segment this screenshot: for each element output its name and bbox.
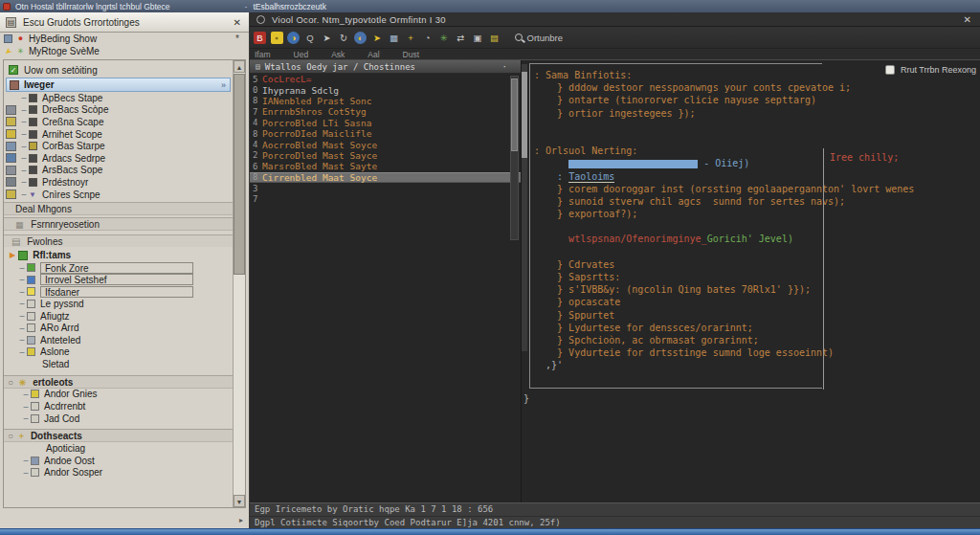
style-list-row[interactable]: 8PocrroDIed Maiclifle: [250, 128, 521, 139]
add-icon[interactable]: +: [405, 32, 417, 44]
code-token: :: [534, 171, 568, 182]
tree-item[interactable]: –Anteteled: [4, 334, 233, 346]
list-scrollbar[interactable]: [510, 76, 519, 240]
section-deal-mhgons[interactable]: Deal Mhgons: [4, 202, 233, 215]
scrollbar-thumb[interactable]: [522, 72, 527, 158]
tree-item[interactable]: –Le pyssnd: [4, 298, 233, 310]
parent-label: Rfl:tams: [33, 250, 71, 260]
tree-item[interactable]: –Fonk Zore: [4, 261, 233, 274]
stop-icon[interactable]: B: [254, 32, 266, 44]
close-icon[interactable]: ✕: [232, 17, 243, 28]
search-control[interactable]: Ortunbre: [515, 33, 564, 43]
gutter-icon: [6, 129, 16, 139]
code-token: } ortior ingestegees });: [534, 108, 696, 119]
resize-grip-icon[interactable]: ▸: [239, 516, 243, 524]
code-line: } ortior ingestegees });: [534, 107, 822, 120]
scroll-down-icon[interactable]: ▼: [234, 495, 245, 507]
tree-item[interactable]: –Jad Cod: [4, 412, 233, 425]
tree-item[interactable]: –Ifsdaner: [4, 286, 233, 299]
status-line-1: Egp Iricemeto by Oratic hqpe Ka 1 7 1 18…: [250, 503, 980, 516]
tree-item[interactable]: –Andor Sosper: [4, 467, 233, 479]
toprow-myrtoge[interactable]: ➤ ✳ MyRtoge SvèMe: [0, 45, 249, 57]
list-header[interactable]: ▤ Wtallos Oedy jar / Chostinnes ·: [250, 60, 521, 74]
tree-item[interactable]: Sletad: [4, 358, 233, 370]
style-list-row[interactable]: 8Cirrenbled Maat Soyce: [250, 172, 521, 183]
scope-icon: [29, 105, 37, 114]
tree-item[interactable]: –Acdrrenbt: [4, 400, 233, 412]
menu-item-aal[interactable]: Aal: [368, 50, 379, 59]
code-scrollbar[interactable]: [522, 64, 527, 351]
window-titlebar[interactable]: Otn Hostal tbllrratorlw lngrtsl tchbul G…: [0, 0, 980, 12]
menu-item-ued[interactable]: Ued: [294, 50, 309, 59]
style-list-row[interactable]: 4AocrroBled Mast Soyce: [250, 139, 521, 149]
closing-brace: }: [523, 393, 529, 404]
tree-item-scope[interactable]: –ArsBacs Sope: [4, 165, 233, 177]
chevron-right-icon: »: [221, 80, 226, 90]
view-settings-row[interactable]: ✓ Uow om setòiting: [4, 62, 233, 78]
globe-icon[interactable]: ◐: [354, 32, 367, 44]
tree-item-scope[interactable]: –Arnihet Scope: [4, 128, 233, 141]
menu-item-ask[interactable]: Ask: [331, 50, 345, 59]
style-list-row[interactable]: 7EnrrnbShros CotStyg: [250, 106, 521, 117]
style-list-row[interactable]: 2PorcroDled Mast Sayce: [250, 150, 521, 161]
tree-item[interactable]: –Aslone: [4, 346, 233, 359]
taskbar-strip[interactable]: [0, 528, 980, 535]
frame-icon[interactable]: ▣: [472, 32, 484, 44]
tree-item-scope[interactable]: –CorBas Starpe: [4, 140, 233, 152]
style-list-row[interactable]: 0Ihyprana Sdclg: [250, 84, 521, 95]
toprow-hybeding[interactable]: ● HyBeding Show *: [0, 33, 249, 45]
scrollbar-thumb[interactable]: [234, 74, 245, 275]
tree-item-scope[interactable]: –Ardacs Sedrpe: [4, 152, 233, 165]
star-icon[interactable]: ✳: [438, 32, 451, 44]
tree-parent-rfltams[interactable]: ▶ Rfl:tams: [4, 249, 233, 261]
run-icon[interactable]: ➤: [321, 32, 333, 44]
tree-connector: –: [19, 93, 29, 102]
tree-item[interactable]: –Andoe Oost: [4, 455, 233, 467]
item-icon: [27, 300, 35, 308]
refresh-icon[interactable]: ↻: [338, 32, 350, 44]
style-list-label: PorcroBled LTi Sasna: [262, 118, 371, 128]
section-dothseacts[interactable]: ○ + Dothseacts: [4, 429, 233, 442]
tree-item-scope[interactable]: –Prdéstnoyr: [4, 176, 233, 189]
item-label: Andor Sosper: [44, 467, 102, 478]
toprow-label: MyRtoge SvèMe: [29, 46, 100, 56]
run-option[interactable]: Rrut Trrbn Reexong: [885, 65, 976, 75]
cursor-icon[interactable]: ➤: [371, 32, 384, 44]
scrollbar-thumb[interactable]: [511, 78, 518, 151]
history-icon[interactable]: ◔: [421, 32, 434, 44]
section-fsrnnryeosetion[interactable]: ▦ Fsrnnryeosetion: [4, 217, 233, 231]
tree-item[interactable]: –Afiugtz: [4, 310, 233, 323]
left-scrollbar[interactable]: ▲ ▼: [233, 60, 245, 507]
tree-item-scope[interactable]: –Creßna Scape: [4, 116, 233, 128]
section-ertoleots[interactable]: ○ ✳ ertoleots: [4, 375, 233, 389]
tree-item[interactable]: –Irrovel Setshef: [4, 274, 233, 286]
style-list-row[interactable]: 5CocLrecL=: [250, 74, 521, 84]
scroll-up-icon[interactable]: ▲: [234, 60, 245, 73]
code-note: Iree chilly;: [830, 152, 899, 163]
tree-item-scope[interactable]: –DreBacs Scòpe: [4, 104, 233, 117]
tree-connector: –: [19, 117, 29, 126]
grid-icon[interactable]: ▦: [388, 32, 400, 44]
layers-icon[interactable]: ▤: [488, 32, 501, 44]
style-list-row[interactable]: 6MarsroBled Mast Sayte: [250, 161, 521, 171]
style-list-row[interactable]: 4PorcroBled LTi Sasna: [250, 118, 521, 128]
tree-item-scope[interactable]: –ApBecs Stape: [4, 92, 233, 104]
pie-icon[interactable]: ◑: [287, 32, 300, 44]
swap-icon[interactable]: ⇄: [455, 32, 467, 44]
chat-icon[interactable]: Q: [304, 32, 317, 44]
star-icon: ✳: [16, 47, 25, 56]
editor-titlebar[interactable]: Viool Ocor. Ntm_typovtotle Ormfintn I 30…: [250, 12, 980, 27]
checkbox-icon[interactable]: [885, 65, 895, 75]
selected-tree-row[interactable]: Iweger »: [6, 78, 231, 92]
close-icon[interactable]: ✕: [962, 14, 973, 25]
menu-item-ifam[interactable]: Ifam: [255, 50, 271, 59]
tree-item[interactable]: Apoticiag: [4, 442, 233, 455]
code-editor[interactable]: Rrut Trrbn Reexong : Sama Binfiotis: } d…: [522, 60, 980, 502]
breakpoint-icon[interactable]: ▪: [271, 32, 283, 44]
status-bar: Egp Iricemeto by Oratic hqpe Ka 1 7 1 18…: [250, 502, 980, 528]
tree-item[interactable]: –Andor Gnies: [4, 389, 233, 401]
tree-item[interactable]: –ARo Arrd: [4, 322, 233, 334]
tree-item-scope[interactable]: –▼Cnìres Scnpe: [4, 189, 233, 201]
style-list-row[interactable]: 8IANenbled Prast Sonc: [250, 96, 521, 106]
menu-item-dust[interactable]: Dust: [403, 50, 419, 59]
